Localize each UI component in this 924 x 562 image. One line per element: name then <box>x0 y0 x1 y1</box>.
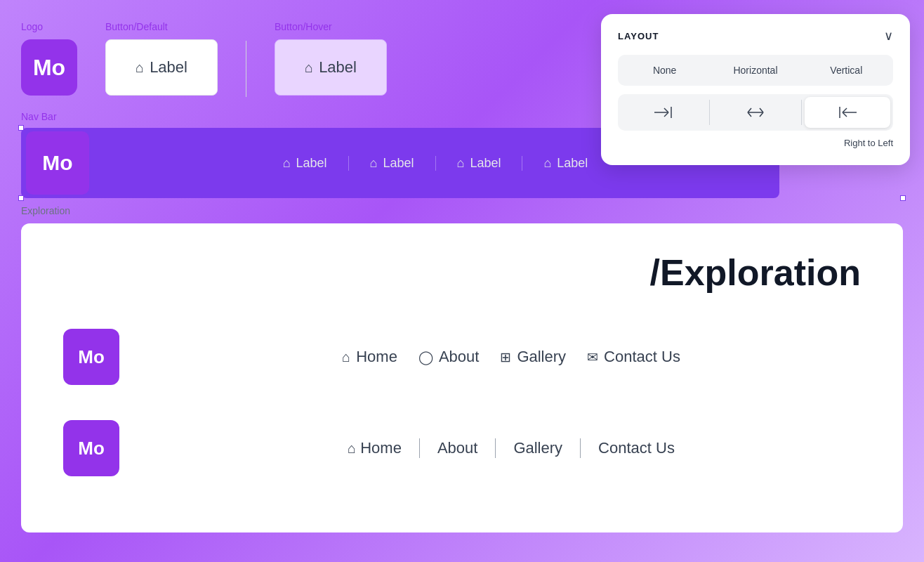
logo-component: Logo Mo <box>21 21 77 96</box>
navbar-item-4[interactable]: ⌂ Label <box>522 156 609 171</box>
navbar-item-4-label: Label <box>557 156 588 171</box>
navbar-item-1-label: Label <box>296 156 327 171</box>
nav-row1-items: ⌂ Home ◯ About ⊞ Gallery ✉ Contact Us <box>161 348 861 366</box>
gallery-icon-r1: ⊞ <box>500 349 511 365</box>
logo-component-label: Logo <box>21 21 43 32</box>
logo-text: Mo <box>33 55 65 81</box>
nav-row1-gallery-label: Gallery <box>517 348 566 366</box>
direction-right-to-left[interactable] <box>805 97 890 128</box>
svg-line-1 <box>664 108 668 112</box>
navbar-logo-text: Mo <box>42 151 72 175</box>
nav-row2-home[interactable]: ⌂ Home <box>330 439 419 457</box>
layout-option-horizontal[interactable]: Horizontal <box>711 58 799 83</box>
button-hover-label: Button/Hover <box>275 21 332 32</box>
nav-row1-home-label: Home <box>356 348 397 366</box>
svg-line-8 <box>760 108 763 112</box>
nav-row2-logo: Mo <box>63 420 119 476</box>
navbar-item-2-label: Label <box>383 156 414 171</box>
home-icon-2: ⌂ <box>370 156 378 171</box>
layout-option-vertical[interactable]: Vertical <box>803 58 890 83</box>
panel-header: LAYOUT ∨ <box>618 28 893 44</box>
nav-row1-about-label: About <box>439 348 480 366</box>
button-hover-text: Label <box>319 58 357 77</box>
navbar-item-3-label: Label <box>470 156 501 171</box>
nav-row2-about-label: About <box>437 439 478 457</box>
button-hover-icon: ⌂ <box>305 60 313 76</box>
direction-label: Right to Left <box>618 138 893 148</box>
nav-row1-about[interactable]: ◯ About <box>418 348 480 366</box>
button-hover[interactable]: ⌂ Label <box>275 39 387 96</box>
nav-row1-contact[interactable]: ✉ Contact Us <box>587 348 680 366</box>
nav-row-2: Mo ⌂ Home About Gallery <box>63 413 861 483</box>
home-icon: ⌂ <box>283 156 291 171</box>
nav-row1-home[interactable]: ⌂ Home <box>342 348 397 366</box>
svg-line-5 <box>748 108 751 112</box>
button-default-text: Label <box>150 58 187 77</box>
direction-left-to-right[interactable] <box>621 97 706 128</box>
collapse-icon[interactable]: ∨ <box>884 28 893 44</box>
nav-row2-items: ⌂ Home About Gallery Contact Us <box>161 438 861 458</box>
button-default-component: Button/Default ⌂ Label <box>105 21 218 96</box>
nav-row2-gallery-label: Gallery <box>513 439 562 457</box>
nav-row1-contact-label: Contact Us <box>604 348 680 366</box>
nav-row-1: Mo ⌂ Home ◯ About ⊞ Gallery <box>63 322 861 392</box>
svg-line-12 <box>843 108 847 112</box>
svg-line-6 <box>748 112 751 117</box>
svg-line-9 <box>760 112 763 117</box>
mail-icon-r1: ✉ <box>587 349 598 365</box>
direction-options <box>618 94 893 131</box>
direction-center[interactable] <box>713 97 798 128</box>
layout-panel: LAYOUT ∨ None Horizontal Vertical <box>601 14 910 165</box>
direction-separator-2 <box>801 100 802 125</box>
nav-row2-contact[interactable]: Contact Us <box>581 439 692 457</box>
nav-row1-logo-text: Mo <box>78 346 105 368</box>
nav-row2-contact-label: Contact Us <box>598 439 675 457</box>
svg-line-2 <box>664 112 668 117</box>
navbar-item-1[interactable]: ⌂ Label <box>262 156 349 171</box>
button-default[interactable]: ⌂ Label <box>105 39 218 96</box>
button-default-icon: ⌂ <box>136 60 144 76</box>
direction-separator-1 <box>709 100 710 125</box>
navbar-item-3[interactable]: ⌂ Label <box>436 156 523 171</box>
navbar-item-2[interactable]: ⌂ Label <box>349 156 436 171</box>
logo-box: Mo <box>21 39 77 96</box>
button-default-label: Button/Default <box>105 21 168 32</box>
home-icon-4: ⌂ <box>543 156 551 171</box>
layout-option-none[interactable]: None <box>621 58 708 83</box>
home-icon-r1: ⌂ <box>342 349 350 365</box>
nav-row2-home-label: Home <box>360 439 402 457</box>
home-icon-r2: ⌂ <box>348 440 356 457</box>
button-hover-component: Button/Hover ⌂ Label <box>275 21 387 96</box>
user-icon-r1: ◯ <box>418 349 433 365</box>
exploration-section-label: Exploration <box>21 205 903 216</box>
vertical-divider <box>246 41 246 97</box>
panel-title: LAYOUT <box>618 31 659 41</box>
home-icon-3: ⌂ <box>457 156 465 171</box>
exploration-card: /Exploration Mo ⌂ Home ◯ About ⊞ <box>21 223 903 532</box>
navbar-logo: Mo <box>26 131 89 195</box>
nav-row1-gallery[interactable]: ⊞ Gallery <box>500 348 566 366</box>
nav-row1-logo: Mo <box>63 329 119 385</box>
exploration-section: Exploration /Exploration Mo ⌂ Home ◯ Abo… <box>21 205 903 532</box>
exploration-title: /Exploration <box>63 251 861 294</box>
svg-line-13 <box>843 112 847 117</box>
layout-options: None Horizontal Vertical <box>618 55 893 86</box>
nav-row2-about[interactable]: About <box>420 439 496 457</box>
nav-row2-gallery[interactable]: Gallery <box>496 439 580 457</box>
nav-row2-logo-text: Mo <box>78 438 105 459</box>
